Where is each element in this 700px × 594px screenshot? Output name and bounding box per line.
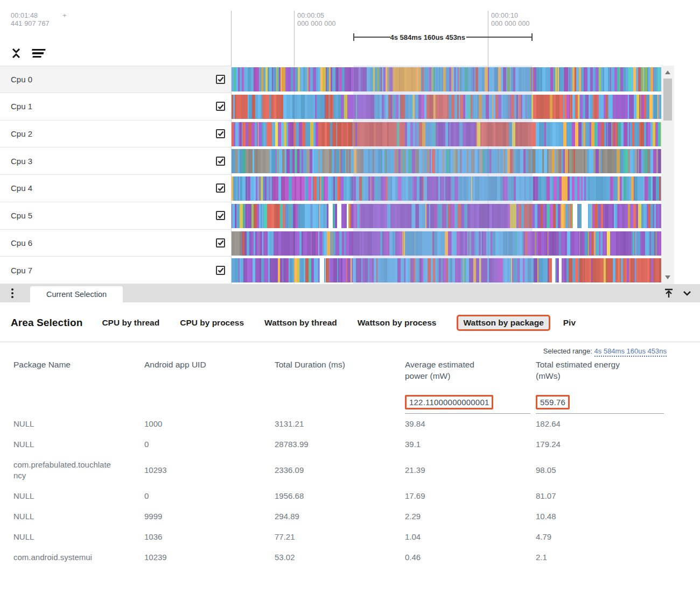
track-checkbox[interactable] [216, 211, 225, 220]
table-row: NULL9999294.892.2910.48 [13, 506, 700, 527]
table-cell: 28783.99 [275, 434, 405, 455]
track-row: Cpu 4 [0, 175, 674, 202]
table-cell: 9999 [144, 506, 275, 527]
track-label-cell[interactable]: Cpu 5 [0, 202, 232, 230]
table-cell: NULL [13, 486, 118, 506]
collapse-tracks-icon[interactable] [10, 46, 23, 60]
track-label-cell[interactable]: Cpu 2 [0, 121, 232, 148]
table-cell: NULL [13, 414, 118, 434]
kebab-menu-icon[interactable] [4, 284, 20, 302]
origin-plus: + [62, 12, 67, 19]
collapse-panel-chevron-icon[interactable] [681, 286, 694, 300]
track-label-cell[interactable]: Cpu 4 [0, 175, 232, 202]
table-cell: 4.79 [536, 527, 664, 547]
table-row: NULL028783.9939.1179.24 [13, 434, 700, 455]
gridline [231, 11, 232, 66]
bottom-panel-tab-bar: Current Selection [0, 284, 700, 302]
table-cell: 179.24 [536, 434, 664, 455]
sort-tracks-icon[interactable] [30, 46, 46, 60]
track-timeline-canvas[interactable] [232, 67, 661, 91]
detail-tab-wattson-by-thread[interactable]: Wattson by thread [264, 318, 337, 328]
tracks-scrollbar[interactable] [661, 66, 674, 284]
selected-range-value[interactable]: 4s 584ms 160us 453ns [594, 347, 667, 357]
track-label-cell[interactable]: Cpu 3 [0, 147, 232, 175]
column-header: Total estimated energy (mWs) [536, 359, 622, 381]
track-name: Cpu 7 [11, 266, 216, 275]
wattson-package-table: Package NameAndroid app UIDTotal Duratio… [13, 359, 700, 568]
table-cell: 294.89 [275, 506, 405, 527]
detail-tab-wattson-by-package[interactable]: Wattson by package [457, 315, 550, 331]
track-row: Cpu 5 [0, 202, 674, 230]
track-name: Cpu 0 [11, 75, 216, 84]
track-name: Cpu 6 [11, 238, 216, 247]
column-header: Total Duration (ms) [275, 359, 405, 370]
trace-origin-timestamp: 00:01:48+ 441 907 767 [11, 12, 67, 28]
track-row: Cpu 2 [0, 121, 674, 148]
table-cell: 1.04 [405, 527, 536, 547]
track-timeline-canvas[interactable] [232, 122, 661, 146]
track-name: Cpu 1 [11, 102, 216, 111]
cpu-tracks: Cpu 0Cpu 1Cpu 2Cpu 3Cpu 4Cpu 5Cpu 6Cpu 7 [0, 66, 674, 284]
track-checkbox[interactable] [216, 75, 225, 84]
range-duration-label: 4s 584ms 160us 453ns [390, 33, 467, 41]
column-header: Average estimated power (mW) [405, 359, 491, 381]
table-cell: 1956.68 [275, 486, 405, 506]
track-label-cell[interactable]: Cpu 6 [0, 230, 232, 257]
panel-title: Area Selection [11, 317, 82, 329]
detail-tab-piv[interactable]: Piv [563, 318, 576, 328]
track-checkbox[interactable] [216, 183, 225, 193]
track-timeline-canvas[interactable] [232, 231, 661, 256]
detail-tab-wattson-by-process[interactable]: Wattson by process [358, 318, 437, 328]
table-cell: 81.07 [536, 486, 664, 506]
table-row: NULL10003131.2139.84182.64 [13, 414, 700, 434]
column-header: Android app UID [144, 359, 275, 370]
track-checkbox[interactable] [216, 102, 225, 111]
table-cell: 53.02 [275, 547, 405, 568]
tick-label-10s: 00:00:10 000 000 000 [491, 12, 530, 28]
track-timeline-canvas[interactable] [232, 95, 661, 119]
expand-panel-icon[interactable] [662, 286, 675, 300]
track-checkbox[interactable] [216, 129, 225, 138]
table-cell: 0.46 [405, 547, 536, 568]
track-row: Cpu 0 [0, 66, 674, 93]
detail-tab-cpu-by-thread[interactable]: CPU by thread [102, 318, 159, 328]
track-row: Cpu 3 [0, 147, 674, 175]
divider [0, 342, 700, 342]
current-selection-label: Current Selection [46, 290, 107, 299]
tracks-viewport: Cpu 0Cpu 1Cpu 2Cpu 3Cpu 4Cpu 5Cpu 6Cpu 7 [0, 66, 700, 284]
scrollbar-thumb[interactable] [663, 79, 672, 121]
gridline-5s [294, 66, 295, 284]
track-label-cell[interactable]: Cpu 1 [0, 93, 232, 121]
track-timeline-canvas[interactable] [232, 149, 661, 173]
track-timeline-canvas[interactable] [232, 176, 661, 201]
track-row: Cpu 7 [0, 257, 674, 284]
track-label-cell[interactable]: Cpu 0 [0, 66, 232, 93]
track-name: Cpu 2 [11, 129, 216, 138]
track-label-cell[interactable]: Cpu 7 [0, 257, 232, 284]
table-cell: 39.1 [405, 434, 536, 455]
track-timeline-canvas[interactable] [232, 204, 661, 228]
scroll-up-arrow-icon[interactable] [665, 70, 670, 74]
table-row: com.android.systemui1023953.020.462.1 [13, 547, 700, 568]
table-cell: NULL [13, 506, 118, 527]
detail-tab-cpu-by-process[interactable]: CPU by process [180, 318, 244, 328]
track-row: Cpu 6 [0, 230, 674, 257]
table-cell: 10.48 [536, 506, 664, 527]
selected-range-row: Selected range: 4s 584ms 160us 453ns [0, 347, 700, 355]
tab-current-selection[interactable]: Current Selection [30, 286, 123, 302]
table-cell: 98.05 [536, 460, 664, 480]
track-timeline-canvas[interactable] [232, 258, 661, 282]
track-checkbox[interactable] [216, 238, 225, 247]
scroll-down-arrow-icon[interactable] [665, 275, 670, 279]
table-cell: 21.39 [405, 460, 536, 480]
table-cell: 17.69 [405, 486, 536, 506]
table-cell: 3131.21 [275, 414, 405, 434]
track-name: Cpu 3 [11, 157, 216, 166]
table-cell: 2.29 [405, 506, 536, 527]
table-cell: 10293 [144, 460, 275, 480]
table-body: NULL10003131.2139.84182.64NULL028783.993… [13, 414, 700, 568]
track-checkbox[interactable] [216, 266, 225, 275]
table-cell: 1000 [144, 414, 275, 434]
table-cell: NULL [13, 527, 118, 547]
track-checkbox[interactable] [216, 157, 225, 166]
